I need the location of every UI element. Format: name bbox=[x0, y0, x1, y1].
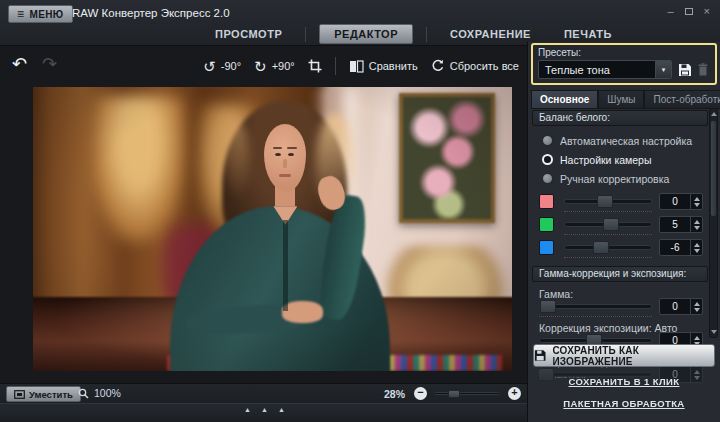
maximize-button[interactable] bbox=[685, 8, 693, 15]
rotate-cw-label: +90° bbox=[272, 60, 295, 72]
zoom-level: 100% bbox=[78, 387, 121, 399]
titlebar: ≡ МЕНЮ RAW Конвертер Экспресс 2.0 – × ПР… bbox=[0, 0, 720, 46]
radio-icon bbox=[542, 135, 553, 146]
presets-label: Пресеты: bbox=[538, 47, 710, 58]
red-slider-handle[interactable] bbox=[597, 195, 613, 208]
white-balance-header: Баланс белого: bbox=[532, 110, 708, 126]
rotate-ccw-icon: ↺ bbox=[203, 59, 216, 74]
blue-swatch bbox=[539, 240, 554, 255]
fit-button[interactable]: Уместить bbox=[6, 386, 81, 402]
blue-slider-handle[interactable] bbox=[593, 241, 609, 254]
radio-selected-icon bbox=[542, 154, 553, 165]
filmstrip-collapse-bar[interactable]: ▲ ▲ ▲ bbox=[0, 403, 527, 422]
menu-button-label: МЕНЮ bbox=[29, 9, 63, 20]
raw-converter-window: ≡ МЕНЮ RAW Конвертер Экспресс 2.0 – × ПР… bbox=[0, 0, 720, 422]
slider-ticks bbox=[564, 257, 652, 258]
spinner[interactable] bbox=[690, 240, 702, 255]
panel-scrollbar[interactable] bbox=[709, 108, 718, 338]
editor-canvas: ↶ ↷ ↺ -90° ↻ +90° bbox=[0, 46, 527, 383]
save-preset-button[interactable] bbox=[678, 63, 692, 77]
rotate-cw-button[interactable]: ↻ +90° bbox=[254, 59, 295, 74]
rotate-cw-icon: ↻ bbox=[254, 59, 267, 74]
edit-toolbar: ↶ ↷ ↺ -90° ↻ +90° bbox=[0, 46, 527, 86]
save-one-click-link[interactable]: СОХРАНИТЬ В 1 КЛИК bbox=[528, 376, 720, 387]
scroll-down-arrow-icon[interactable] bbox=[711, 330, 717, 334]
preset-selected-value: Теплые тона bbox=[539, 64, 655, 76]
triangle-up-icon: ▲ bbox=[278, 406, 285, 413]
gamma-label: Гамма: bbox=[539, 288, 573, 300]
exposure-label: Коррекция экспозиции: Авто bbox=[539, 322, 677, 334]
batch-processing-link[interactable]: ПАКЕТНАЯ ОБРАБОТКА bbox=[528, 398, 720, 409]
green-slider-handle[interactable] bbox=[603, 218, 619, 231]
triangle-up-icon: ▲ bbox=[261, 406, 268, 413]
red-swatch bbox=[539, 194, 554, 209]
green-slider[interactable] bbox=[564, 222, 652, 227]
undo-icon[interactable]: ↶ bbox=[12, 53, 27, 75]
compare-button[interactable]: Сравнить bbox=[349, 60, 418, 73]
zoom-level-value: 100% bbox=[94, 387, 121, 399]
blue-value[interactable]: -6 bbox=[659, 239, 703, 256]
red-value[interactable]: 0 bbox=[659, 193, 703, 210]
red-slider[interactable] bbox=[564, 199, 652, 204]
green-value[interactable]: 5 bbox=[659, 216, 703, 233]
scrollbar-thumb[interactable] bbox=[711, 121, 716, 216]
redo-icon[interactable]: ↷ bbox=[42, 53, 57, 75]
rotate-ccw-label: -90° bbox=[221, 60, 241, 72]
save-as-image-button[interactable]: СОХРАНИТЬ КАК ИЗОБРАЖЕНИЕ bbox=[533, 344, 715, 367]
tab-print[interactable]: ПЕЧАТЬ bbox=[554, 25, 622, 43]
reset-icon bbox=[431, 59, 445, 73]
magnifier-icon bbox=[78, 388, 89, 399]
tab-postprocessing[interactable]: Пост-обработка bbox=[644, 90, 720, 109]
spinner[interactable] bbox=[690, 299, 702, 314]
gamma-exposure-header: Гамма-коррекция и экспозиция: bbox=[532, 266, 708, 282]
scroll-up-arrow-icon[interactable] bbox=[711, 112, 717, 116]
toolbar-divider bbox=[335, 57, 336, 75]
tab-noise[interactable]: Шумы bbox=[598, 90, 644, 109]
compare-icon bbox=[349, 60, 364, 73]
chevron-down-icon[interactable]: ▾ bbox=[655, 61, 671, 78]
rotate-ccw-button[interactable]: ↺ -90° bbox=[203, 59, 241, 74]
minimize-button[interactable]: – bbox=[667, 6, 673, 17]
scale-value: 28% bbox=[384, 388, 405, 400]
spinner[interactable] bbox=[690, 194, 702, 209]
tab-basic[interactable]: Основное bbox=[531, 90, 598, 109]
tab-divider bbox=[305, 27, 306, 42]
tab-editor[interactable]: РЕДАКТОР bbox=[319, 24, 413, 44]
zoom-out-button[interactable]: − bbox=[414, 387, 427, 400]
save-as-image-label: СОХРАНИТЬ КАК ИЗОБРАЖЕНИЕ bbox=[552, 345, 714, 367]
tab-view[interactable]: ПРОСМОТР bbox=[205, 25, 292, 43]
crop-icon bbox=[308, 59, 322, 73]
radio-manual-correction[interactable]: Ручная корректировка bbox=[542, 172, 669, 185]
crop-button[interactable] bbox=[308, 59, 322, 73]
reset-all-button[interactable]: Сбросить все bbox=[431, 59, 519, 73]
green-swatch bbox=[539, 217, 554, 232]
radio-auto-adjustment[interactable]: Автоматическая настройка bbox=[542, 134, 692, 147]
preset-dropdown[interactable]: Теплые тона ▾ bbox=[538, 60, 672, 79]
reset-all-label: Сбросить все bbox=[450, 60, 519, 72]
radio-label: Ручная корректировка bbox=[560, 173, 669, 185]
blue-slider[interactable] bbox=[564, 245, 652, 250]
delete-preset-button[interactable] bbox=[698, 63, 708, 76]
zoom-slider[interactable] bbox=[434, 392, 500, 395]
hamburger-icon: ≡ bbox=[17, 8, 24, 20]
panel-tabs: Основное Шумы Пост-обработка bbox=[531, 90, 718, 109]
radio-camera-settings[interactable]: Настройки камеры bbox=[542, 153, 652, 166]
expand-panel-arrows[interactable]: ▲ ▲ ▲ bbox=[244, 406, 285, 413]
app-title: RAW Конвертер Экспресс 2.0 bbox=[72, 7, 230, 19]
photo-vignette bbox=[33, 87, 512, 371]
triangle-up-icon: ▲ bbox=[244, 406, 251, 413]
tab-save[interactable]: СОХРАНЕНИЕ bbox=[440, 25, 541, 43]
zoom-slider-handle[interactable] bbox=[448, 390, 460, 398]
gamma-slider-handle[interactable] bbox=[540, 300, 556, 313]
spinner[interactable] bbox=[690, 217, 702, 232]
menu-button[interactable]: ≡ МЕНЮ bbox=[8, 5, 73, 23]
gamma-value[interactable]: 0 bbox=[659, 298, 703, 315]
radio-label: Автоматическая настройка bbox=[560, 135, 692, 147]
photo-preview[interactable] bbox=[33, 87, 512, 371]
compare-label: Сравнить bbox=[369, 60, 418, 72]
close-button[interactable]: × bbox=[704, 6, 710, 17]
tab-divider bbox=[426, 27, 427, 42]
zoom-in-button[interactable]: + bbox=[508, 387, 521, 400]
exposure-slider[interactable] bbox=[539, 338, 652, 343]
gamma-slider[interactable] bbox=[539, 304, 652, 309]
